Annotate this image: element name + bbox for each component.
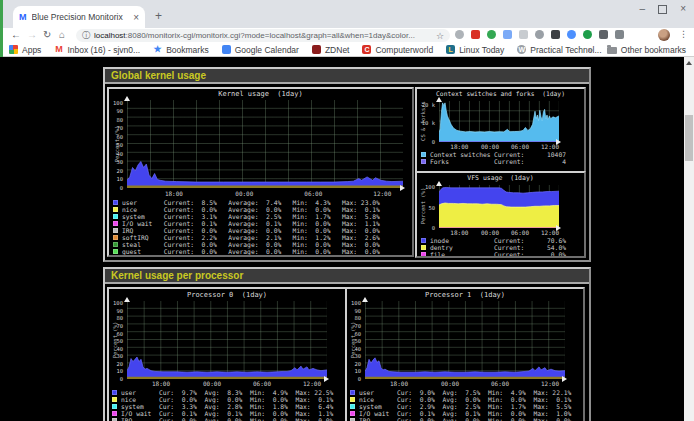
y-tick-label: 0 [432,139,435,145]
bookmark-google-calendar[interactable]: Google Calendar [222,45,299,55]
legend-text: 4 [532,158,566,165]
folder-icon [607,47,617,54]
scrollbar-up-icon[interactable] [686,61,692,65]
translate-extension-icon[interactable] [487,30,496,39]
reload-button[interactable]: ↻ [43,29,51,40]
bookmark-inbox[interactable]: MInbox (16) - sjvn0... [54,45,140,55]
axis-arrow-up-icon [362,297,368,302]
x-axis-ticks: 18:0000:0006:0012:00 [439,143,559,151]
computerworld-icon: C [362,45,371,54]
processor-1-graph[interactable]: Processor 1 (1day) Percent (%) 100908070… [345,287,585,421]
clipboard-extension-icon[interactable] [503,30,512,39]
tab-list-extension-icon[interactable] [615,30,624,39]
axis-arrow-up-icon [436,181,442,186]
screenshot-extension-icon[interactable] [551,30,560,39]
bookmark-zdnet[interactable]: ZDNet [312,45,350,55]
y-tick-label: 0 [120,185,123,191]
pin-extension-icon[interactable] [599,30,608,39]
y-tick-label: 60 [116,134,123,140]
section-global-kernel-usage: Global kernel usage Kernel usage (1day) … [103,67,591,262]
search-extension-icon[interactable] [455,30,464,39]
legend-row: IRQ Current: 0.0% Average: 0.0% Min: 0.0… [113,227,410,234]
legend-swatch [421,152,426,157]
x-tick-label: 18:00 [152,380,170,387]
status-extension-icon[interactable] [583,30,592,39]
bookmark-linux-today[interactable]: LLinux Today [446,45,504,55]
browser-menu-icon[interactable]: ⋮ [679,29,688,39]
tab-close-icon[interactable]: × [133,12,139,23]
y-tick-label: 100 [425,184,435,190]
other-bookmarks-button[interactable]: Other bookmarks [621,45,686,55]
section-title: Kernel usage per processor [105,269,589,284]
legend-row: steal Current: 0.0% Average: 0.0% Min: 0… [113,241,410,248]
profile-avatar[interactable] [658,29,670,41]
bookmark-apps[interactable]: Apps [9,45,41,55]
forward-button[interactable]: → [27,29,37,40]
legend-swatch [421,159,426,164]
context-switches-graph[interactable]: Context switches and forks (1day) CS & f… [415,87,586,173]
monitorix-page: Global kernel usage Kernel usage (1day) … [0,57,694,421]
x-tick-label: 12:00 [541,229,559,236]
x-axis-ticks: 18:0000:0006:0012:00 [439,229,559,237]
x-axis-ticks: 18:0000:0006:0012:00 [127,380,327,388]
linux-today-icon: L [446,45,455,54]
legend-swatch [350,390,355,395]
section-body: Processor 0 (1day) Percent (%) 100908070… [105,284,589,421]
graph-title: Context switches and forks (1day) [417,90,584,97]
legend-row: user Cur: 9.0% Avg: 7.5% Min: 4.9% Max: … [350,389,581,396]
x-tick-label: 00:00 [481,143,499,150]
legend-row: user Current: 8.5% Average: 7.4% Min: 4.… [113,199,410,206]
url-text: localhost:8080/monitorix-cgi/monitorix.c… [94,31,432,40]
y-axis-ticks: 1009080706050403020100 [109,100,125,188]
plot-area [439,101,559,142]
scrollbar-thumb[interactable] [685,115,693,161]
notes-extension-icon[interactable] [519,30,528,39]
legend-text: user Cur: 9.7% Avg: 8.3% Min: 4.9% Max: … [121,389,333,396]
graph-title: VFS usage (1day) [417,174,584,182]
kernel-usage-graph[interactable]: Kernel usage (1day) Percent (%) 10090807… [107,87,414,257]
y-tick-label: 40 [354,346,361,352]
close-button[interactable]: × [680,3,686,14]
processor-0-graph[interactable]: Processor 0 (1day) Percent (%) 100908070… [107,287,347,421]
y-tick-label: 50 [354,338,361,344]
minimize-button[interactable]: – [640,3,646,14]
chat-extension-icon[interactable] [567,30,576,39]
address-bar[interactable]: ⓘ localhost:8080/monitorix-cgi/monitorix… [76,29,450,42]
browser-tab[interactable]: M Blue Precision Monitorix × [13,6,145,28]
bookmark-bookmarks[interactable]: ★Bookmarks [153,45,209,55]
vfs-usage-graph[interactable]: VFS usage (1day) Percent (%) 100500 18:0… [415,171,586,258]
bookmarks-overflow-icon[interactable]: » [588,45,593,55]
site-info-icon[interactable]: ⓘ [82,30,90,41]
legend-swatch [421,238,426,243]
goggles-extension-icon[interactable] [535,30,544,39]
plot-area [127,301,327,379]
maximize-button[interactable] [658,5,667,14]
plot-area [439,185,559,228]
x-tick-label: 06:00 [511,229,529,236]
legend-text: I/O wait Cur: 0.1% Avg: 0.1% Min: 0.0% M… [121,410,333,417]
legend-text: nice Current: 0.0% Average: 0.0% Min: 0.… [122,206,380,213]
home-button[interactable]: ⌂ [59,29,65,40]
gmail-icon: M [54,45,63,54]
legend-text: Current: [494,237,532,244]
mail-checker-extension-icon[interactable] [471,30,480,39]
legend-text: I/O wait Current: 0.1% Average: 0.1% Min… [122,220,380,227]
x-tick-label: 00:00 [235,190,253,197]
bookmark-star-icon[interactable]: ☆ [436,31,444,41]
legend-row: nice Current: 0.0% Average: 0.0% Min: 0.… [113,206,410,213]
bookmark-computerworld[interactable]: CComputerworld [362,45,433,55]
back-button[interactable]: ← [11,29,21,40]
legend-row: ForksCurrent:4 [421,158,566,165]
y-tick-label: 10 [354,368,361,374]
legend-text: 0.0% [532,251,566,258]
y-tick-label: 0 [120,376,123,382]
legend-swatch [112,411,117,416]
page-scrollbar[interactable] [684,57,694,421]
y-axis-ticks: 20 k10 k0 [417,101,437,142]
legend-row: I/O wait Current: 0.1% Average: 0.1% Min… [113,220,410,227]
y-tick-label: 80 [116,117,123,123]
new-tab-button[interactable]: + [155,9,162,23]
legend-swatch [113,242,118,247]
y-tick-label: 10 k [422,120,435,126]
legend-row: user Cur: 9.7% Avg: 8.3% Min: 4.9% Max: … [112,389,343,396]
